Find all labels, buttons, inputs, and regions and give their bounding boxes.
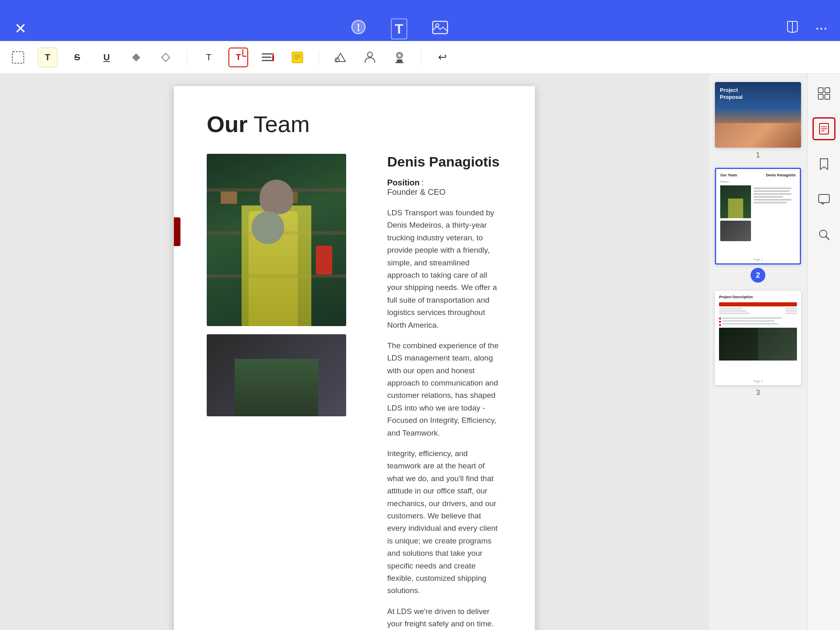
truck-image xyxy=(715,123,801,148)
more-options-button[interactable]: ··· xyxy=(816,22,828,35)
book-icon[interactable] xyxy=(785,20,799,37)
thumbnail-2-images xyxy=(720,185,796,218)
bio-paragraph-3: Integrity, efficiency, and teamwork are … xyxy=(387,447,502,597)
svg-rect-10 xyxy=(272,55,274,61)
svg-rect-2 xyxy=(433,21,447,34)
highlight-text-tool[interactable]: T xyxy=(38,48,57,67)
bio-paragraph-1: LDS Transport was founded by Denis Medei… xyxy=(387,207,502,331)
svg-point-17 xyxy=(397,52,402,58)
svg-rect-4 xyxy=(12,52,24,63)
text-align-tool[interactable] xyxy=(258,48,278,67)
thumbnail-container-3: Project Description xyxy=(715,291,801,397)
thumbnail-container-1: ProjectProposal 1 xyxy=(715,82,801,160)
second-image-content xyxy=(207,334,346,416)
thumbnail-3-project: Project xyxy=(719,295,732,299)
close-button[interactable]: ✕ xyxy=(14,20,27,37)
page-title: Our Team xyxy=(207,111,502,137)
thumbnail-1-truck-area xyxy=(715,107,801,148)
table-row-3 xyxy=(719,313,797,314)
bullet-2 xyxy=(719,321,721,323)
thumbnail-2-person-name: Denis Panagiotis xyxy=(766,173,796,177)
shape-tool[interactable] xyxy=(331,48,350,67)
svg-rect-20 xyxy=(395,62,404,63)
bullet-markers xyxy=(719,317,721,326)
svg-point-18 xyxy=(398,54,401,57)
comment-button[interactable] xyxy=(813,188,835,211)
text-box-tool[interactable]: T xyxy=(228,48,248,67)
underline-tool[interactable]: U xyxy=(97,48,116,67)
person-image-1 xyxy=(207,154,346,326)
thumbnails-panel: ProjectProposal 1 Our Team Denis Panagio… xyxy=(709,74,807,630)
strikethrough-tool[interactable]: S xyxy=(67,48,87,67)
text-insert-tool[interactable]: T xyxy=(199,48,219,67)
note-tool[interactable] xyxy=(288,48,307,67)
header-center: T xyxy=(41,18,758,39)
bookmark-button[interactable] xyxy=(813,153,835,176)
thumbnail-2-content: Our Team Denis Panagiotis Position : xyxy=(716,169,800,263)
undo-tool[interactable]: ↩ xyxy=(433,48,452,67)
svg-marker-5 xyxy=(132,53,140,62)
bio-paragraph-4: At LDS we're driven to deliver your frei… xyxy=(387,605,502,630)
svg-point-16 xyxy=(368,52,372,57)
position-value: Founder & CEO xyxy=(387,187,502,197)
thumbnail-container-2: Our Team Denis Panagiotis Position : xyxy=(715,168,801,283)
eraser-fill-tool[interactable] xyxy=(126,48,146,67)
table-cell-4 xyxy=(785,310,797,312)
bullet-line-3 xyxy=(722,323,778,324)
eraser-outline-tool[interactable] xyxy=(156,48,176,67)
header-right: ··· xyxy=(758,20,840,37)
right-column: Denis Panagiotis Position : Founder & CE… xyxy=(387,154,502,630)
content-grid: Denis Panagiotis Position : Founder & CE… xyxy=(207,154,502,630)
scanner-device xyxy=(316,246,332,274)
svg-rect-7 xyxy=(262,53,274,55)
svg-marker-6 xyxy=(162,53,170,62)
svg-rect-21 xyxy=(818,88,823,93)
thumbnail-label-1: 1 xyxy=(756,151,760,160)
bio-paragraph-2: The combined experience of the LDS manag… xyxy=(387,340,502,439)
header-left: ✕ xyxy=(0,20,41,37)
title-bold: Our xyxy=(207,111,248,137)
worker-figure xyxy=(207,154,346,326)
stamp-tool[interactable] xyxy=(390,48,409,67)
pen-tool-button[interactable] xyxy=(351,19,366,38)
table-cell-6 xyxy=(785,313,797,314)
side-icons-panel xyxy=(807,74,840,630)
second-image-person xyxy=(235,359,318,416)
separator-3 xyxy=(421,50,421,65)
person-tool[interactable] xyxy=(360,48,380,67)
position-field: Position : Founder & CEO xyxy=(387,178,502,197)
side-marker xyxy=(174,217,180,246)
position-label: Position xyxy=(387,178,420,187)
thumbnail-2-img2 xyxy=(720,221,751,241)
thumbnail-1-content: ProjectProposal xyxy=(715,82,801,148)
thumbnail-3-page-label: Page 3 xyxy=(753,380,762,383)
bullet-3 xyxy=(719,324,721,326)
toolbar: T S U T T xyxy=(0,41,840,74)
table-row-1 xyxy=(719,308,797,309)
text-line-1 xyxy=(753,187,792,189)
svg-line-31 xyxy=(826,237,829,240)
thumbnail-3-content: Project Description xyxy=(715,291,801,385)
thumbnail-2-text-lines xyxy=(753,185,796,218)
thumbnail-3-img-content xyxy=(719,328,797,361)
search-button[interactable] xyxy=(813,223,835,246)
thumbnail-2-header: Our Team Denis Panagiotis xyxy=(720,173,796,177)
svg-rect-29 xyxy=(819,194,829,203)
box-1 xyxy=(221,192,237,204)
page-view-button[interactable] xyxy=(813,117,835,140)
thumbnail-3-image xyxy=(719,328,797,361)
table-cell-5 xyxy=(719,313,750,314)
thumbnail-page-3[interactable]: Project Description xyxy=(715,291,801,385)
image-tool-button[interactable] xyxy=(432,21,448,37)
thumbnail-page-2[interactable]: Our Team Denis Panagiotis Position : xyxy=(715,168,801,265)
thumbnail-page-1[interactable]: ProjectProposal xyxy=(715,82,801,148)
text-tool-button[interactable]: T xyxy=(391,18,408,39)
thumbnail-3-table xyxy=(719,302,797,314)
bullet-line-1 xyxy=(722,317,782,319)
shelf-line-2 xyxy=(207,231,346,235)
select-tool[interactable] xyxy=(8,48,28,67)
worker-head xyxy=(260,180,293,214)
person-name: Denis Panagiotis xyxy=(387,154,502,170)
grid-view-button[interactable] xyxy=(813,82,835,105)
thumbnail-2-our-team: Our Team xyxy=(720,173,737,177)
